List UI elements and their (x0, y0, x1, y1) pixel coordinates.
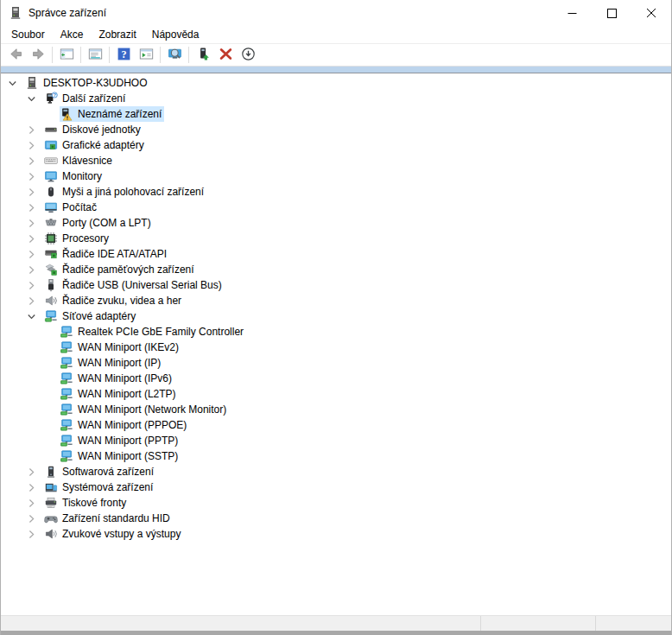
collapsed-chevron-icon[interactable] (27, 137, 44, 153)
expanded-chevron-icon[interactable] (27, 91, 44, 106)
scan-hardware-changes-button[interactable] (164, 46, 185, 65)
usb-controller-icon (44, 278, 58, 292)
collapsed-chevron-icon[interactable] (27, 200, 44, 215)
menu-napoveda[interactable]: Nápověda (144, 27, 207, 42)
tree-item[interactable]: Softwarová zařízení (1, 464, 671, 479)
properties-button[interactable] (85, 46, 105, 65)
expanded-chevron-icon[interactable] (27, 308, 44, 324)
tree-item-label: Realtek PCIe GbE Family Controller (78, 324, 244, 340)
tree-item-content[interactable]: Tiskové fronty (44, 495, 129, 511)
tree-item[interactable]: Zvukové vstupy a výstupy (1, 526, 671, 542)
tree-item[interactable]: Řadiče IDE ATA/ATAPI (1, 246, 671, 262)
show-console-tree-button[interactable] (56, 46, 77, 65)
tree-item-content[interactable]: Zvukové vstupy a výstupy (44, 526, 183, 542)
tree-item-content[interactable]: Klávesnice (44, 153, 115, 168)
tree-item-content[interactable]: WAN Miniport (PPPOE) (60, 417, 189, 433)
tree-item-content[interactable]: WAN Miniport (SSTP) (60, 448, 181, 464)
tree-item[interactable]: Porty (COM a LPT) (1, 215, 671, 231)
tree-item-content[interactable]: WAN Miniport (IP) (60, 355, 163, 371)
tree-item-content[interactable]: Řadiče IDE ATA/ATAPI (44, 246, 169, 262)
collapsed-chevron-icon[interactable] (27, 184, 44, 200)
tree-item[interactable]: WAN Miniport (SSTP) (1, 448, 671, 464)
tree-item-content[interactable]: Grafické adaptéry (44, 137, 147, 153)
tree-item[interactable]: Řadiče zvuku, videa a her (1, 293, 671, 308)
tree-item-content[interactable]: WAN Miniport (PPTP) (60, 433, 181, 448)
collapsed-chevron-icon[interactable] (27, 277, 44, 293)
tree-item-content[interactable]: Zařízení standardu HID (44, 511, 173, 526)
tree-item[interactable]: Monitory (1, 168, 671, 184)
tree-item-content[interactable]: Softwarová zařízení (44, 464, 156, 479)
collapsed-chevron-icon[interactable] (27, 231, 44, 246)
collapsed-chevron-icon[interactable] (27, 511, 44, 526)
tree-item[interactable]: WAN Miniport (IPv6) (1, 371, 671, 386)
network-adapter-icon (60, 340, 73, 354)
tree-item[interactable]: Diskové jednotky (1, 122, 671, 137)
tree-item[interactable]: Klávesnice (1, 153, 671, 168)
tree-item-content[interactable]: Řadiče paměťových zařízení (44, 262, 197, 277)
tree-item-content[interactable]: Myši a jiná polohovací zařízení (44, 184, 206, 200)
collapsed-chevron-icon[interactable] (27, 293, 44, 308)
close-button[interactable] (631, 0, 671, 26)
action-pane-button[interactable] (136, 46, 156, 65)
menu-soubor[interactable]: Soubor (3, 27, 53, 42)
update-driver-button[interactable] (193, 46, 213, 65)
back-arrow-button[interactable] (5, 46, 26, 65)
tree-item-content-selected[interactable]: Neznámé zařízení (60, 106, 164, 122)
tree-item-content[interactable]: Počítač (44, 200, 99, 215)
tree-item[interactable]: Řadiče USB (Universal Serial Bus) (1, 277, 671, 293)
tree-item[interactable]: DESKTOP-K3UDHOO (1, 75, 671, 91)
collapsed-chevron-icon[interactable] (27, 122, 44, 137)
menu-akce[interactable]: Akce (53, 27, 92, 42)
uninstall-device-button[interactable] (215, 46, 236, 65)
tree-item[interactable]: Systémová zařízení (1, 479, 671, 495)
tree-item-content[interactable]: WAN Miniport (IKEv2) (60, 340, 181, 355)
tree-item[interactable]: WAN Miniport (L2TP) (1, 386, 671, 402)
tree-item-content[interactable]: WAN Miniport (L2TP) (60, 386, 179, 402)
tree-item-content[interactable]: Systémová zařízení (44, 479, 155, 495)
tree-item[interactable]: Tiskové fronty (1, 495, 671, 511)
tree-item[interactable]: Zařízení standardu HID (1, 511, 671, 526)
tree-item[interactable]: Procesory (1, 231, 671, 246)
tree-item-content[interactable]: WAN Miniport (Network Monitor) (60, 402, 229, 417)
collapsed-chevron-icon[interactable] (27, 479, 44, 495)
tree-item[interactable]: WAN Miniport (PPPOE) (1, 417, 671, 433)
forward-arrow-button[interactable] (28, 46, 48, 65)
tree-item-content[interactable]: Řadiče USB (Universal Serial Bus) (44, 277, 225, 293)
menu-zobrazit[interactable]: Zobrazit (91, 27, 143, 42)
collapsed-chevron-icon[interactable] (27, 153, 44, 168)
disable-device-button[interactable] (238, 46, 258, 65)
help-button[interactable]: ? (113, 46, 134, 65)
tree-item-content[interactable]: Monitory (44, 168, 105, 184)
tree-item[interactable]: Grafické adaptéry (1, 137, 671, 153)
tree-item[interactable]: Počítač (1, 200, 671, 215)
tree-item[interactable]: WAN Miniport (PPTP) (1, 433, 671, 448)
tree-item-content[interactable]: Diskové jednotky (44, 122, 143, 137)
collapsed-chevron-icon[interactable] (27, 262, 44, 277)
tree-item-content[interactable]: Procesory (44, 231, 111, 246)
tree-item-content[interactable]: ?Další zařízení (44, 91, 128, 106)
tree-item-content[interactable]: Řadiče zvuku, videa a her (44, 293, 184, 308)
tree-item-content[interactable]: Realtek PCIe GbE Family Controller (60, 324, 246, 340)
tree-item[interactable]: WAN Miniport (Network Monitor) (1, 402, 671, 417)
tree-item-content[interactable]: Porty (COM a LPT) (44, 215, 154, 231)
expanded-chevron-icon[interactable] (8, 75, 25, 91)
tree-item[interactable]: ?Další zařízení (1, 91, 671, 106)
tree-item[interactable]: Myši a jiná polohovací zařízení (1, 184, 671, 200)
minimize-button[interactable] (552, 0, 592, 26)
tree-item[interactable]: Řadiče paměťových zařízení (1, 262, 671, 277)
tree-item[interactable]: Neznámé zařízení (1, 106, 671, 122)
tree-item[interactable]: WAN Miniport (IP) (1, 355, 671, 371)
tree-item[interactable]: Realtek PCIe GbE Family Controller (1, 324, 671, 340)
tree-item[interactable]: WAN Miniport (IKEv2) (1, 340, 671, 355)
collapsed-chevron-icon[interactable] (27, 464, 44, 479)
collapsed-chevron-icon[interactable] (27, 495, 44, 511)
collapsed-chevron-icon[interactable] (27, 215, 44, 231)
tree-item-content[interactable]: Síťové adaptéry (44, 308, 138, 324)
collapsed-chevron-icon[interactable] (27, 246, 44, 262)
tree-item[interactable]: Síťové adaptéry (1, 308, 671, 324)
collapsed-chevron-icon[interactable] (27, 168, 44, 184)
maximize-button[interactable] (592, 0, 631, 26)
tree-item-content[interactable]: DESKTOP-K3UDHOO (25, 75, 149, 91)
tree-item-content[interactable]: WAN Miniport (IPv6) (60, 371, 174, 386)
collapsed-chevron-icon[interactable] (27, 526, 44, 542)
